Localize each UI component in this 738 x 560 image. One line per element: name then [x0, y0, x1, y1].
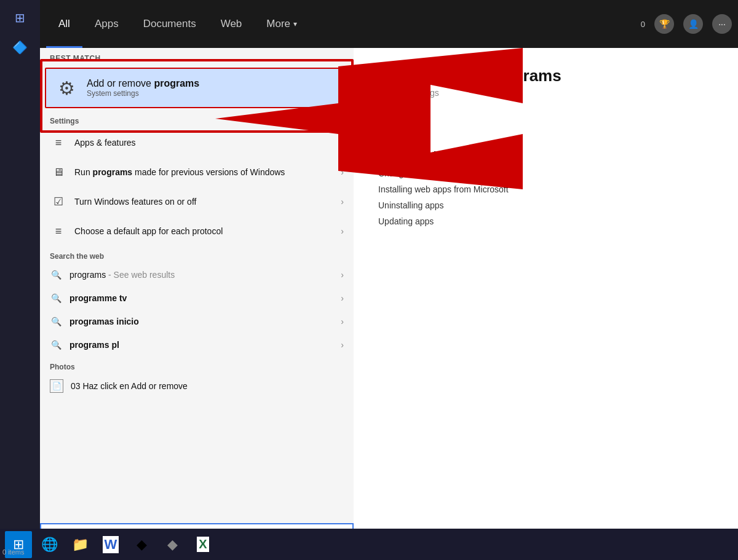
taskbar-chrome[interactable]: 🌐 [36, 531, 63, 558]
chrome-icon: 🌐 [41, 537, 58, 553]
word-icon: W [103, 536, 119, 553]
photo-thumb-icon: 📄 [50, 379, 63, 393]
run-programs-text: Run programs made for previous versions … [74, 167, 333, 178]
settings-section-label: Settings [40, 111, 354, 128]
search-panel: Best match ⚙ Add or remove programs Syst… [40, 48, 354, 529]
help-title: Get quick help from web [378, 149, 713, 160]
tab-more[interactable]: More ▾ [254, 0, 309, 48]
tab-documents-label: Documents [143, 18, 196, 30]
tab-apps-label: Apps [95, 18, 119, 30]
chevron-down-icon: ▾ [293, 20, 297, 28]
chevron-right-icon-5: › [341, 270, 344, 280]
monitor-icon: 🖥 [50, 164, 67, 181]
notification-badge: 0 [641, 20, 645, 29]
taskbar-unity2[interactable]: ◆ [159, 531, 186, 558]
search-icon-3: 🔍 [50, 315, 62, 328]
best-match-text: Add or remove programs System settings [87, 78, 199, 98]
explorer-icon: 📁 [72, 537, 89, 553]
open-label: Open [400, 118, 424, 129]
open-button[interactable]: 🔲 Open [378, 116, 713, 131]
photo-item-text: 03 Haz click en Add or remove [71, 381, 188, 391]
photos-section-label: Photos [40, 357, 354, 374]
chevron-right-icon-4: › [341, 226, 344, 236]
help-item-2[interactable]: Installing web apps from Microsoft [378, 184, 713, 194]
search-icon-2: 🔍 [50, 292, 62, 304]
protocol-icon: ≡ [50, 223, 67, 240]
default-app-text: Choose a default app for each protocol [74, 226, 333, 237]
taskbar-word[interactable]: W [97, 531, 124, 558]
tab-web[interactable]: Web [208, 0, 255, 48]
trophy-icon[interactable]: 🏆 [654, 14, 674, 34]
item-counter: 0 items [0, 547, 26, 557]
windows-features-text: Turn Windows features on or off [74, 196, 333, 207]
web-programs-pl-text: programs pl [69, 340, 333, 350]
photo-item-1[interactable]: 📄 03 Haz click en Add or remove [40, 374, 354, 398]
settings-windows-features[interactable]: ☑ Turn Windows features on or off › [40, 187, 354, 216]
web-programs-text: programs - See web results [69, 270, 333, 280]
search-icon-4: 🔍 [50, 339, 62, 351]
top-navigation: All Apps Documents Web More ▾ 0 🏆 👤 ··· [40, 0, 738, 48]
taskbar-bottom: ⊞ 🌐 📁 W ◆ ◆ X 0 items [0, 529, 738, 560]
best-match-subtitle: System settings [87, 89, 199, 98]
web-search-programs[interactable]: 🔍 programs - See web results › [40, 263, 354, 286]
settings-default-app[interactable]: ≡ Choose a default app for each protocol… [40, 216, 354, 246]
help-item-1[interactable]: Changing startup apps [378, 168, 713, 178]
detail-panel: Add or remove programs System settings 🔲… [354, 48, 738, 529]
chevron-right-icon-3: › [341, 197, 344, 207]
best-match-title: Add or remove programs [87, 78, 199, 89]
apps-features-text: Apps & features [74, 137, 333, 148]
taskbar-explorer[interactable]: 📁 [66, 531, 93, 558]
web-programme-tv-text: programme tv [69, 293, 333, 303]
web-search-programme-tv[interactable]: 🔍 programme tv › [40, 286, 354, 310]
list-icon: ≡ [50, 134, 67, 151]
web-programas-inicio-text: programas inicio [69, 317, 333, 326]
feedback-icon[interactable]: 👤 [683, 14, 703, 34]
settings-apps-features[interactable]: ≡ Apps & features › [40, 128, 354, 157]
tab-documents[interactable]: Documents [131, 0, 208, 48]
settings-run-programs[interactable]: 🖥 Run programs made for previous version… [40, 157, 354, 187]
search-icon-1: 🔍 [50, 269, 62, 281]
detail-app-subtitle: System settings [378, 88, 713, 98]
excel-icon: X [197, 537, 208, 552]
sidebar-grid-icon[interactable]: ⊞ [8, 6, 33, 30]
detail-app-title: Add or remove programs [378, 66, 713, 85]
nav-right-icons: 0 🏆 👤 ··· [641, 14, 732, 34]
tab-web-label: Web [221, 18, 242, 30]
checkbox-icon: ☑ [50, 193, 67, 210]
web-search-programas-inicio[interactable]: 🔍 programas inicio › [40, 310, 354, 333]
unity1-icon: ◆ [137, 537, 147, 553]
chevron-right-icon-8: › [341, 340, 344, 350]
help-item-4[interactable]: Updating apps [378, 216, 713, 226]
chevron-right-icon: › [341, 138, 344, 148]
tab-all-label: All [58, 18, 70, 30]
more-options-icon[interactable]: ··· [712, 14, 732, 34]
help-item-3[interactable]: Uninstalling apps [378, 200, 713, 210]
settings-gear-icon: ⚙ [54, 75, 79, 101]
chevron-right-icon-6: › [341, 293, 344, 303]
chevron-right-icon-7: › [341, 317, 344, 326]
best-match-item[interactable]: ⚙ Add or remove programs System settings [45, 68, 349, 108]
nav-tabs: All Apps Documents Web More ▾ [46, 0, 641, 48]
taskbar-excel[interactable]: X [189, 531, 216, 558]
open-window-icon: 🔲 [378, 116, 394, 131]
taskbar-unity1[interactable]: ◆ [128, 531, 155, 558]
best-match-label: Best match [40, 48, 354, 65]
left-sidebar: ⊞ 🔷 [0, 0, 40, 529]
unity2-icon: ◆ [167, 537, 178, 553]
tab-all[interactable]: All [46, 0, 82, 48]
tab-apps[interactable]: Apps [82, 0, 131, 48]
sidebar-apps-icon[interactable]: 🔷 [8, 35, 33, 60]
search-web-label: Search the web [40, 246, 354, 263]
tab-more-label: More [266, 18, 290, 30]
web-search-programs-pl[interactable]: 🔍 programs pl › [40, 333, 354, 357]
chevron-right-icon-2: › [341, 167, 344, 177]
